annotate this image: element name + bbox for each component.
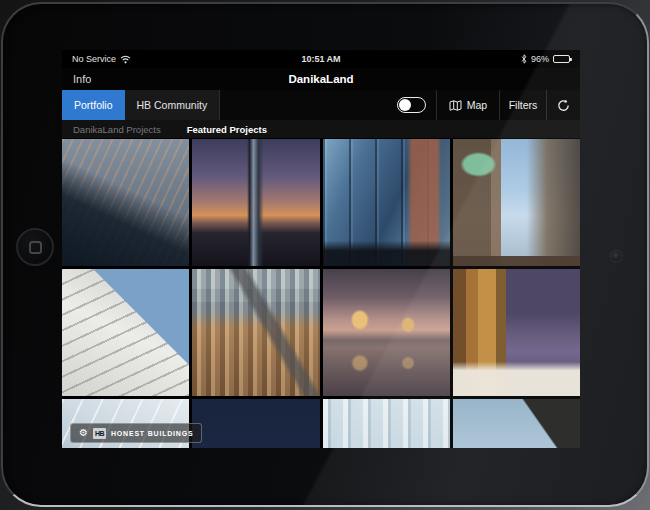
map-button-label: Map (467, 99, 487, 111)
info-button[interactable]: Info (62, 73, 102, 85)
subnav: DanikaLand Projects Featured Projects (62, 120, 580, 138)
grid-photo-6[interactable] (192, 269, 319, 396)
wifi-icon (120, 55, 131, 64)
tab-hb-community[interactable]: HB Community (125, 90, 221, 120)
honest-buildings-badge[interactable]: ⚙ HB HONEST BUILDINGS (70, 423, 202, 443)
hb-logo: HB (93, 428, 106, 439)
subnav-item-danikaland-projects[interactable]: DanikaLand Projects (73, 124, 161, 135)
grid-photo-2[interactable] (192, 139, 319, 266)
map-button[interactable]: Map (437, 90, 499, 120)
map-icon (449, 100, 462, 111)
grid-photo-7[interactable] (323, 269, 450, 396)
refresh-button[interactable] (547, 90, 580, 120)
ipad-frame: No Service 10:51 AM 96% (1, 2, 649, 507)
toggle-knob (399, 99, 411, 111)
home-button[interactable] (16, 228, 54, 266)
grid-photo-10[interactable] (192, 399, 319, 448)
carrier-label: No Service (72, 54, 116, 64)
page-title: DanikaLand (62, 73, 580, 85)
clock: 10:51 AM (62, 54, 580, 64)
view-toggle[interactable] (397, 97, 426, 113)
brand-label: HONEST BUILDINGS (111, 430, 193, 437)
tab-portfolio[interactable]: Portfolio (62, 90, 125, 120)
battery-icon (553, 55, 570, 63)
grid-photo-4[interactable] (453, 139, 580, 266)
subnav-item-featured-projects[interactable]: Featured Projects (187, 124, 267, 135)
grid-photo-1[interactable] (62, 139, 189, 266)
gear-icon: ⚙ (79, 428, 88, 438)
toolbar: Portfolio HB Community Map Filters (62, 90, 580, 120)
nav-bar: Info DanikaLand (62, 68, 580, 90)
grid-photo-3[interactable] (323, 139, 450, 266)
status-bar: No Service 10:51 AM 96% (62, 50, 580, 68)
home-button-icon (29, 241, 42, 254)
front-camera (611, 251, 621, 261)
grid-photo-12[interactable] (453, 399, 580, 448)
app-screen: No Service 10:51 AM 96% (62, 50, 580, 448)
battery-percent: 96% (531, 54, 549, 64)
project-photo-grid (62, 139, 580, 448)
grid-photo-11[interactable] (323, 399, 450, 448)
grid-photo-5[interactable] (62, 269, 189, 396)
filters-button[interactable]: Filters (500, 90, 546, 120)
grid-photo-8[interactable] (453, 269, 580, 396)
bluetooth-icon (521, 54, 527, 64)
refresh-icon (557, 99, 570, 112)
